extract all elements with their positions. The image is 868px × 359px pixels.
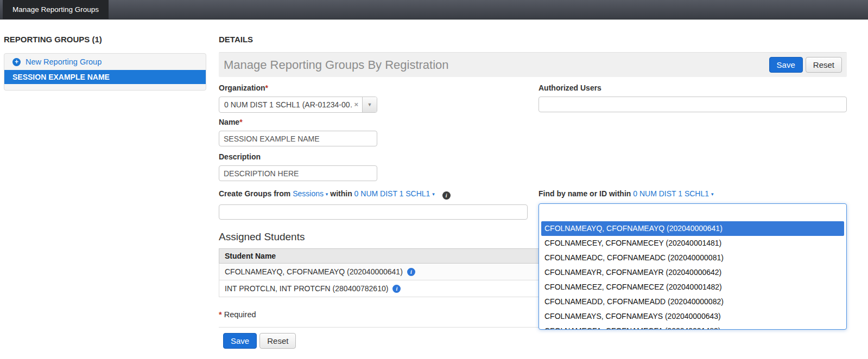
create-groups-label: Create Groups from Sessions ▾ within 0 N… — [219, 189, 528, 200]
new-reporting-group-button[interactable]: + New Reporting Group — [4, 54, 206, 70]
page-title: Manage Reporting Groups By Registration — [224, 58, 449, 72]
name-input[interactable] — [219, 131, 377, 146]
required-asterisk: * — [265, 84, 268, 92]
student-name: INT PROTCLN, INT PROTCFN (280400782610) — [225, 284, 388, 293]
search-result-item[interactable]: CFOLNAMEAYR, CFOFNAMEAYR (202040000642) — [539, 265, 846, 280]
org-selector-dropdown[interactable]: 0 NUM DIST 1 SCHL1 ▾ — [354, 189, 437, 198]
caret-down-icon: ▾ — [711, 189, 714, 200]
dropdown-search-area — [539, 204, 846, 221]
required-note: * Required — [219, 310, 256, 319]
header-actions: Save Reset — [769, 57, 842, 73]
tab-label: Manage Reporting Groups — [12, 5, 99, 14]
description-field-group: Description — [219, 152, 377, 181]
new-reporting-group-label: New Reporting Group — [26, 57, 102, 66]
authorized-users-input[interactable] — [538, 97, 847, 112]
search-result-item[interactable]: CFOLNAMEAYS, CFOFNAMEAYS (202040000643) — [539, 309, 846, 324]
reset-button[interactable]: Reset — [259, 333, 296, 349]
footer-actions: Save Reset — [223, 333, 296, 349]
authorized-users-field-group: Authorized Users — [538, 84, 847, 112]
search-result-item[interactable]: CFOLNAMECFA, CFOFNAMECFA (202040001483) — [539, 324, 846, 330]
find-students-label: Find by name or ID within 0 NUM DIST 1 S… — [538, 189, 713, 200]
description-input[interactable] — [219, 165, 377, 181]
search-result-item[interactable]: CFOLNAMEADC, CFOFNAMEADC (202040000081) — [539, 251, 846, 265]
find-students-dropdown: CFOLNAMEAYQ, CFOFNAMEAYQ (202040000641) … — [538, 203, 847, 330]
student-name: CFOLNAMEAYQ, CFOFNAMEAYQ (202040000641) — [225, 267, 403, 276]
organization-selected-value: 0 NUM DIST 1 SCHL1 (AR-01234-00… — [219, 97, 353, 112]
clear-icon[interactable]: × — [353, 97, 362, 112]
details-heading: DETAILS — [219, 35, 253, 44]
search-result-item[interactable]: CFOLNAMECEY, CFOFNAMECEY (202040001481) — [539, 236, 846, 251]
find-students-search-input[interactable] — [541, 206, 844, 220]
required-asterisk: * — [219, 310, 222, 319]
description-label: Description — [219, 152, 377, 161]
details-section: DETAILS Manage Reporting Groups By Regis… — [219, 33, 847, 359]
search-result-item[interactable]: CFOLNAMECEZ, CFOFNAMECEZ (202040001482) — [539, 280, 846, 294]
find-org-selector-dropdown[interactable]: 0 NUM DIST 1 SCHL1 ▾ — [633, 189, 713, 198]
reset-button[interactable]: Reset — [806, 57, 842, 73]
page: Manage Reporting Groups REPORTING GROUPS… — [0, 0, 868, 359]
search-result-item[interactable]: CFOLNAMEAYQ, CFOFNAMEAYQ (202040000641) — [541, 221, 844, 236]
assigned-students-heading: Assigned Students — [219, 231, 305, 243]
create-groups-search-input[interactable] — [219, 204, 528, 220]
reporting-groups-list: + New Reporting Group SESSION EXAMPLE NA… — [4, 53, 206, 91]
create-groups-field-group: Create Groups from Sessions ▾ within 0 N… — [219, 189, 528, 220]
top-nav-bar: Manage Reporting Groups — [0, 0, 868, 20]
reporting-groups-title: REPORTING GROUPS (1) — [4, 35, 102, 44]
dropdown-arrow-button[interactable]: ▼ — [362, 97, 377, 112]
required-asterisk: * — [239, 118, 242, 126]
authorized-users-label: Authorized Users — [538, 84, 847, 92]
save-button[interactable]: Save — [769, 57, 803, 73]
plus-circle-icon: + — [12, 58, 21, 66]
caret-down-icon: ▼ — [368, 102, 372, 107]
caret-down-icon: ▾ — [432, 189, 435, 200]
info-icon[interactable]: i — [442, 191, 451, 200]
caret-down-icon: ▾ — [326, 189, 328, 200]
student-info-icon[interactable]: i — [407, 268, 415, 276]
organization-field-group: Organization* 0 NUM DIST 1 SCHL1 (AR-012… — [219, 84, 377, 113]
tab-manage-reporting-groups[interactable]: Manage Reporting Groups — [3, 0, 109, 19]
search-result-item[interactable]: CFOLNAMEADD, CFOFNAMEADD (202040000082) — [539, 294, 846, 309]
student-info-icon[interactable]: i — [392, 285, 401, 293]
organization-select[interactable]: 0 NUM DIST 1 SCHL1 (AR-01234-00… × ▼ — [219, 97, 377, 113]
details-panel-header: Manage Reporting Groups By Registration … — [219, 52, 847, 77]
save-button[interactable]: Save — [223, 333, 257, 349]
name-field-group: Name* — [219, 118, 377, 146]
name-label: Name* — [219, 118, 377, 126]
organization-label: Organization* — [219, 84, 377, 92]
sidebar-item-reporting-group[interactable]: SESSION EXAMPLE NAME — [4, 70, 206, 84]
source-selector-dropdown[interactable]: Sessions ▾ — [293, 189, 330, 198]
